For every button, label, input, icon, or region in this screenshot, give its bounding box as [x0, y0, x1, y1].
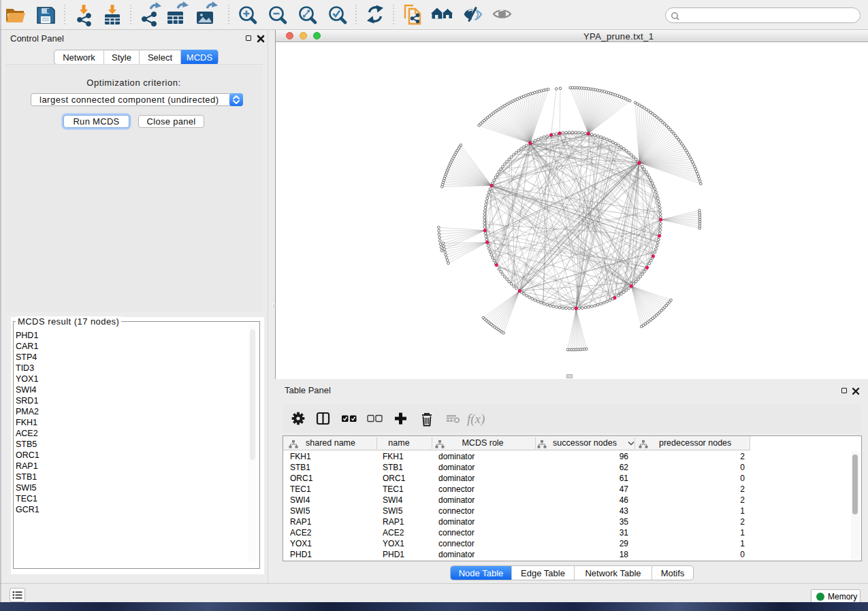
svg-text:f(x): f(x)	[467, 412, 485, 427]
